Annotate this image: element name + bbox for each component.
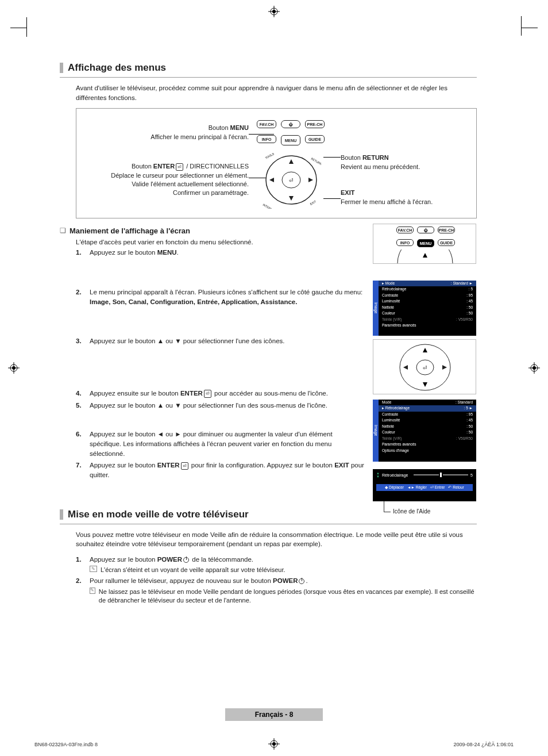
slider-screen: ▲▼ Rétroéclairage 5 ◆ Déplacer ◄► Régler…	[373, 469, 476, 501]
svg-marker-32	[423, 382, 427, 387]
remote-diagram: Bouton MENU Afficher le menu principal à…	[76, 108, 477, 218]
enter-icon: ⏎	[181, 462, 188, 470]
menu-screen-2: Image Mode: Standard▸ Rétroéclairage: 5 …	[373, 400, 476, 462]
power-step-1: 1. Appuyez sur le bouton POWER de la tél…	[76, 555, 477, 565]
leader-line	[384, 501, 384, 512]
menu-row: Contraste: 95	[373, 412, 476, 417]
menu-row: Couleur: 50	[373, 310, 476, 316]
return-button-callout: Bouton RETURN Revient au menu précédent.	[341, 153, 467, 171]
section-bar-icon	[60, 509, 63, 520]
power-icon	[183, 557, 189, 563]
registration-mark-icon	[528, 362, 540, 374]
intro-text: Avant d'utiliser le téléviseur, procédez…	[76, 83, 477, 102]
menu-button-icon: MENU	[281, 135, 300, 145]
power-step-2: 2. Pour rallumer le téléviseur, appuyez …	[76, 576, 477, 586]
menu-row: Paramètres avancés	[373, 442, 476, 447]
svg-marker-22	[308, 178, 313, 182]
footer-left: BN68-02329A-03Fre.indb 8	[34, 742, 98, 747]
divider	[60, 77, 477, 78]
power-icon	[299, 578, 304, 584]
menu-row: Rétroéclairage: 5	[373, 286, 476, 292]
note-1: ✎ L'écran s'éteint et un voyant de veill…	[90, 566, 477, 575]
svg-marker-21	[269, 178, 274, 182]
crop-mark	[522, 28, 538, 28]
footer-right: 2009-08-24 ¿ÀÈÄ 1:06:01	[453, 742, 514, 747]
menu-row: Luminosité: 45	[373, 298, 476, 304]
svg-marker-19	[289, 159, 294, 164]
svg-marker-34	[442, 365, 447, 370]
menu-row: Contraste: 95	[373, 293, 476, 298]
crop-mark	[26, 17, 27, 37]
crop-mark	[10, 28, 26, 28]
menu-row: Options d'image	[373, 448, 476, 454]
aide-label: Icône de l'Aide	[393, 508, 430, 515]
note-icon: ✎	[90, 566, 97, 572]
dpad-icon: ⏎ TOOLS RETURN INTERNET EXIT	[261, 151, 321, 209]
svg-text:INTERNET: INTERNET	[263, 203, 277, 209]
menu-row: Couleur: 50	[373, 429, 476, 435]
svg-text:⏎: ⏎	[289, 178, 294, 183]
menu-row: Netteté: 50	[373, 424, 476, 429]
enter-icon: ⏎	[176, 163, 183, 171]
svg-marker-33	[403, 365, 408, 370]
note-icon: ✎	[90, 588, 95, 594]
guide-button-icon: GUIDE	[305, 135, 325, 143]
menu-row: Netteté: 50	[373, 305, 476, 310]
menu-row: Teinte (V/R): V50/R50	[373, 317, 476, 323]
menu-button-callout: Bouton MENU Afficher le menu principal à…	[82, 124, 249, 141]
svg-text:TOOLS: TOOLS	[265, 152, 275, 160]
menu-row: ▸ Mode: Standard ►	[373, 281, 476, 286]
page-number: Français - 8	[225, 708, 323, 721]
enter-button-callout: Bouton ENTER⏎ / DIRECTIONNELLES Déplace …	[82, 162, 249, 198]
center-button-icon: ⏻	[281, 120, 300, 128]
help-bar: ◆ Déplacer ◄► Régler ⏎ Entrer ↶ Retour	[376, 484, 473, 491]
menu-screen-1: Image ▸ Mode: Standard ►Rétroéclairage: …	[373, 281, 476, 336]
leader-line	[384, 512, 391, 512]
menu-row: Paramètres avancés	[373, 323, 476, 328]
prech-button-icon: PRE-CH	[305, 120, 325, 128]
svg-text:⏎: ⏎	[423, 365, 427, 371]
exit-button-callout: EXIT Fermer le menu affiché à l'écran.	[341, 189, 467, 206]
svg-text:RETURN: RETURN	[311, 157, 322, 166]
dpad-icon: ⏎	[394, 342, 456, 393]
note-2: ✎ Ne laissez pas le téléviseur en mode V…	[90, 588, 477, 606]
menu-row: Teinte (V/R): V50/R50	[373, 436, 476, 442]
section-bar-icon	[60, 63, 63, 73]
svg-text:EXIT: EXIT	[310, 199, 317, 206]
bullet-icon: ❏	[60, 227, 66, 235]
svg-marker-31	[423, 348, 427, 352]
registration-mark-icon	[268, 6, 280, 17]
favch-button-icon: FAV.CH	[257, 120, 276, 128]
remote-thumbnail-2: ⏎	[373, 339, 476, 394]
section-title: Affichage des menus	[60, 62, 477, 74]
svg-marker-27	[423, 253, 427, 258]
svg-marker-20	[289, 196, 294, 201]
crop-mark	[521, 16, 522, 36]
menu-row: Luminosité: 45	[373, 417, 476, 423]
menu-row: Mode: Standard	[373, 400, 476, 405]
registration-mark-icon	[8, 362, 20, 374]
menu-row: ▸ Rétroéclairage: 5 ►	[373, 405, 476, 411]
enter-icon: ⏎	[204, 390, 211, 398]
divider	[60, 524, 477, 524]
intro-text: Vous pouvez mettre votre téléviseur en m…	[76, 530, 477, 549]
info-button-icon: INFO	[257, 135, 276, 143]
registration-mark-icon	[268, 738, 280, 750]
section-heading: Mise en mode veille de votre téléviseur	[68, 509, 249, 520]
dpad-partial-icon	[394, 250, 456, 263]
remote-thumbnail-1: FAV.CH ⏻ PRE-CH INFO MENU GUIDE	[373, 224, 476, 264]
remote-illustration: FAV.CH ⏻ PRE-CH INFO MENU GUIDE ⏎ TOOLS …	[251, 112, 337, 216]
section-heading: Affichage des menus	[68, 62, 166, 74]
